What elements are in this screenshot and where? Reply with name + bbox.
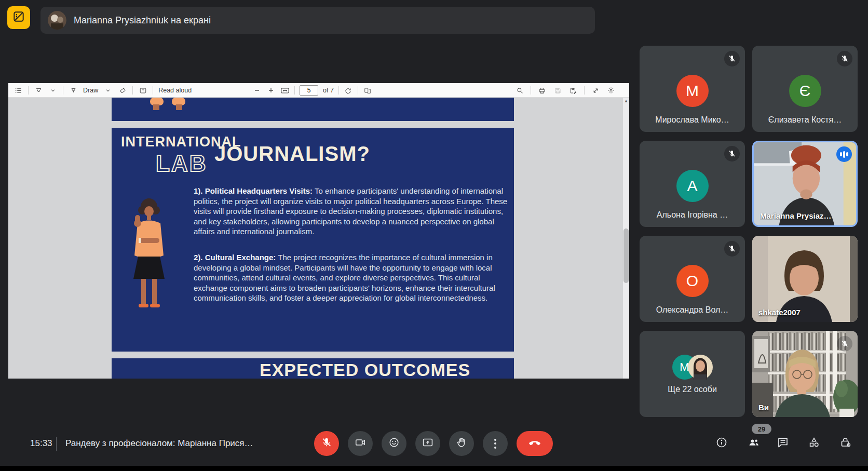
avatar-initial: Є [799,82,811,100]
participant-name: Marianna Prysiaz… [760,211,832,220]
participant-name: shkate2007 [758,308,801,317]
avatar: А [676,170,709,202]
slide-title-lab: LAB [156,151,207,177]
info-icon [715,436,728,451]
chat-panel-button[interactable] [777,437,789,450]
pdf-page-5-slide: INTERNATIONAL LAB JOURNALISM? [112,128,514,352]
next-slide-title: EXPECTED OUTCOMES [260,360,470,379]
toolbar-divider [338,86,339,95]
expand-icon[interactable] [591,85,600,96]
slide-title-journalism: JOURNALISM? [214,142,370,166]
participant-count-badge: 29 [752,424,771,434]
participant-tile-overflow[interactable]: М Ще 22 особи [640,331,745,417]
avatar-photo [688,355,713,380]
presenter-banner[interactable]: Marianna Prysiazhniuk на екрані [40,7,595,34]
paragraph-2-lead: 2). Cultural Exchange: [194,253,276,262]
draw-pen-icon[interactable] [69,85,78,96]
camera-icon [355,437,366,450]
highlighter-icon[interactable] [34,85,43,96]
participant-tile-alona[interactable]: А Альона Ігорівна … [640,141,745,227]
avatar-initial: О [686,272,698,290]
fit-to-width-icon[interactable] [280,85,290,96]
mic-off-icon [837,336,852,352]
meeting-title: Рандеву з професіоналом: Маріанна Прися… [65,438,253,449]
scrollbar-up-arrow[interactable]: ▲ [623,99,629,103]
present-screen-icon [422,437,433,450]
page-view-icon[interactable] [363,85,372,96]
host-controls-lock-icon [839,436,852,451]
illustration-woman [125,194,174,316]
avatar: О [676,265,709,297]
settings-gear-icon[interactable] [606,85,616,96]
raise-hand-icon [456,437,467,450]
table-of-contents-icon[interactable] [13,85,23,96]
participant-tile-oleksandra[interactable]: О Олександра Вол… [640,236,745,322]
toolbar-divider [28,86,29,95]
meet-window: Marianna Prysiazhniuk на екрані Dra [0,0,868,471]
save-icon[interactable] [553,85,562,96]
mic-off-icon [321,437,332,450]
draw-label[interactable]: Draw [83,87,98,94]
participant-tile-you[interactable]: Ви [752,331,858,417]
more-options-button[interactable] [483,431,508,456]
toolbar-divider [132,86,133,95]
smiley-icon [388,437,400,450]
shared-screen-pdf-viewer: Draw Read aloud [8,83,629,379]
overflow-avatars: М [672,355,713,380]
present-screen-button[interactable] [415,431,440,456]
participant-name: Єлизавета Костя… [752,115,858,125]
presentation-indicator[interactable] [7,6,30,29]
meeting-info-button[interactable] [715,437,728,450]
activities-icon [808,436,820,451]
print-icon[interactable] [537,85,547,96]
zoom-in-icon[interactable] [266,85,276,96]
eraser-icon[interactable] [118,85,127,96]
highlighter-chevron-icon[interactable] [48,85,58,96]
participant-name: Олександра Вол… [640,305,745,315]
pdf-scrollbar[interactable]: ▲ [623,98,629,379]
toolbar-divider [531,86,531,95]
pdf-toolbar: Draw Read aloud [8,83,629,98]
reactions-button[interactable] [382,431,406,456]
chat-icon [777,436,789,451]
speaking-indicator-icon [836,146,852,162]
pdf-content-area[interactable]: INTERNATIONAL LAB JOURNALISM? [8,98,629,379]
save-as-icon[interactable] [568,85,578,96]
presenter-avatar [48,11,66,30]
camera-button[interactable] [348,431,373,456]
participant-tile-shkate2007[interactable]: shkate2007 [752,236,858,322]
bottom-bar-divider [56,437,57,451]
participant-name: Ви [758,403,769,412]
more-options-icon [494,439,496,449]
people-icon [748,436,760,451]
raise-hand-button[interactable] [449,431,474,456]
participant-tile-yelyzaveta[interactable]: Є Єлизавета Костя… [752,46,858,132]
toolbar-divider [153,86,153,95]
zoom-out-icon[interactable] [252,85,262,96]
people-panel-button[interactable] [748,437,760,450]
draw-chevron-icon[interactable] [103,85,113,96]
pdf-page-4-bottom [112,98,514,121]
read-aloud-button[interactable]: Read aloud [158,87,192,94]
mic-off-icon [724,146,740,162]
mic-off-icon [837,51,852,66]
microphone-button[interactable] [314,431,339,456]
scrollbar-thumb[interactable] [623,228,629,283]
page-number-input[interactable] [300,85,318,96]
participant-name: Альона Ігорівна … [640,210,745,220]
slide-paragraph-1: 1). Political Headquarters Visits: To en… [194,186,514,237]
search-icon[interactable] [515,85,524,96]
toolbar-divider [584,86,585,95]
rotate-icon[interactable] [344,85,353,96]
end-call-icon [528,436,541,451]
participant-tile-myroslava[interactable]: М Мирослава Мико… [640,46,745,132]
letterbox-bottom [0,466,868,471]
host-controls-button[interactable] [839,437,852,450]
pdf-page-6-top: EXPECTED OUTCOMES [112,358,514,379]
participant-tile-marianna[interactable]: Marianna Prysiaz… [752,141,858,227]
add-text-icon[interactable] [138,85,147,96]
activities-button[interactable] [808,437,820,450]
end-call-button[interactable] [517,431,553,456]
illustration-figure-legs [146,98,193,115]
mic-off-icon [724,51,740,66]
